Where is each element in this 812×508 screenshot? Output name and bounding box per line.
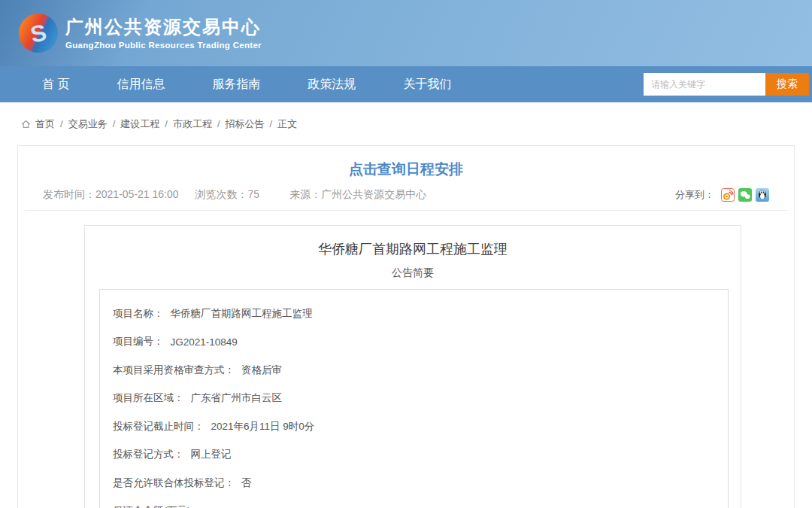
nav-item-home[interactable]: 首 页	[42, 77, 69, 93]
field-label: 项目名称：	[113, 307, 164, 321]
breadcrumb-separator: /	[113, 118, 116, 129]
wechat-icon[interactable]	[738, 188, 752, 202]
field-value: 否	[241, 476, 252, 490]
view-count-value: 75	[248, 188, 260, 200]
field-row-qualification-review: 本项目采用资格审查方式： 资格后审	[113, 356, 728, 385]
meta-divider	[25, 210, 787, 211]
breadcrumb-item-tender-notice[interactable]: 招标公告	[226, 117, 265, 131]
breadcrumb-item-trading[interactable]: 交易业务	[68, 117, 108, 131]
site-subtitle: GuangZhou Public Resources Trading Cente…	[65, 41, 262, 50]
view-count-label: 浏览次数：	[195, 188, 248, 200]
site-title: 广州公共资源交易中心	[65, 17, 262, 38]
site-logo-icon: S	[19, 14, 58, 53]
publish-time-label: 发布时间：	[43, 188, 95, 200]
field-row-region: 项目所在区域： 广东省广州市白云区	[113, 385, 728, 413]
source: 来源：广州公共资源交易中心	[289, 188, 426, 202]
main-nav: 首 页 信用信息 服务指南 政策法规 关于我们 搜索	[0, 66, 812, 102]
field-label: 项目编号：	[113, 335, 164, 348]
fields-box: 项目名称： 华侨糖厂首期路网工程施工监理 项目编号： JG2021-10849 …	[99, 289, 729, 508]
field-value: 广东省广州市白云区	[191, 391, 283, 405]
field-row-deposit-amount: 保证金金额(万元)： 1	[113, 497, 728, 508]
home-icon[interactable]	[21, 120, 31, 129]
qq-icon[interactable]	[756, 188, 769, 202]
nav-item-policies[interactable]: 政策法规	[308, 77, 356, 93]
breadcrumb-separator: /	[60, 118, 63, 129]
field-value: 资格后审	[241, 364, 282, 377]
article-meta-row: 发布时间：2021-05-21 16:00 浏览次数：75 来源：广州公共资源交…	[18, 188, 794, 202]
article-box: 华侨糖厂首期路网工程施工监理 公告简要 项目名称： 华侨糖厂首期路网工程施工监理…	[84, 225, 741, 508]
source-label: 来源：	[289, 188, 321, 200]
schedule-link[interactable]: 点击查询日程安排	[18, 146, 794, 179]
article-meta: 发布时间：2021-05-21 16:00 浏览次数：75 来源：广州公共资源交…	[43, 188, 443, 202]
site-header: S 广州公共资源交易中心 GuangZhou Public Resources …	[0, 0, 812, 66]
view-count: 浏览次数：75	[195, 188, 260, 202]
article-container: 点击查询日程安排 发布时间：2021-05-21 16:00 浏览次数：75 来…	[17, 145, 795, 508]
publish-time: 发布时间：2021-05-21 16:00	[43, 188, 179, 202]
breadcrumb-separator: /	[270, 118, 273, 129]
brand-block: 广州公共资源交易中心 GuangZhou Public Resources Tr…	[65, 17, 262, 50]
field-label: 投标登记方式：	[113, 448, 184, 461]
field-value: JG2021-10849	[171, 336, 238, 348]
field-label: 本项目采用资格审查方式：	[113, 364, 235, 377]
source-value: 广州公共资源交易中心	[321, 188, 426, 200]
search-input[interactable]	[644, 73, 765, 96]
article-title: 华侨糖厂首期路网工程施工监理	[85, 239, 741, 259]
nav-item-service-guide[interactable]: 服务指南	[212, 77, 260, 93]
publish-time-value: 2021-05-21 16:00	[95, 188, 179, 200]
field-row-registration-method: 投标登记方式： 网上登记	[113, 441, 728, 470]
share-label: 分享到：	[675, 188, 714, 202]
nav-item-credit-info[interactable]: 信用信息	[117, 77, 165, 93]
field-value: 网上登记	[191, 448, 232, 461]
field-row-consortium-allowed: 是否允许联合体投标登记： 否	[113, 469, 728, 497]
weibo-icon[interactable]	[721, 188, 735, 202]
breadcrumb-item-home[interactable]: 首页	[35, 117, 55, 131]
field-value: 2021年6月11日 9时0分	[211, 420, 315, 433]
field-row-registration-deadline: 投标登记截止时间： 2021年6月11日 9时0分	[113, 412, 728, 441]
nav-item-about-us[interactable]: 关于我们	[403, 77, 451, 93]
breadcrumb: 首页 / 交易业务 / 建设工程 / 市政工程 / 招标公告 / 正文	[0, 102, 812, 145]
search-box: 搜索	[644, 73, 809, 96]
field-label: 保证金金额(万元)：	[113, 504, 201, 508]
breadcrumb-separator: /	[217, 118, 220, 129]
breadcrumb-item-fulltext[interactable]: 正文	[277, 117, 297, 131]
field-row-project-number: 项目编号： JG2021-10849	[113, 328, 728, 357]
breadcrumb-item-construction[interactable]: 建设工程	[120, 117, 159, 131]
field-label: 项目所在区域：	[113, 391, 184, 405]
share-bar: 分享到：	[675, 188, 769, 202]
nav-items: 首 页 信用信息 服务指南 政策法规 关于我们	[0, 77, 498, 93]
field-label: 是否允许联合体投标登记：	[113, 476, 235, 490]
breadcrumb-item-municipal[interactable]: 市政工程	[173, 117, 212, 131]
article-subtitle: 公告简要	[85, 266, 741, 280]
breadcrumb-separator: /	[165, 118, 168, 129]
field-row-project-name: 项目名称： 华侨糖厂首期路网工程施工监理	[113, 300, 728, 328]
field-value: 华侨糖厂首期路网工程施工监理	[171, 307, 313, 321]
search-button[interactable]: 搜索	[765, 73, 809, 96]
field-label: 投标登记截止时间：	[113, 420, 205, 433]
